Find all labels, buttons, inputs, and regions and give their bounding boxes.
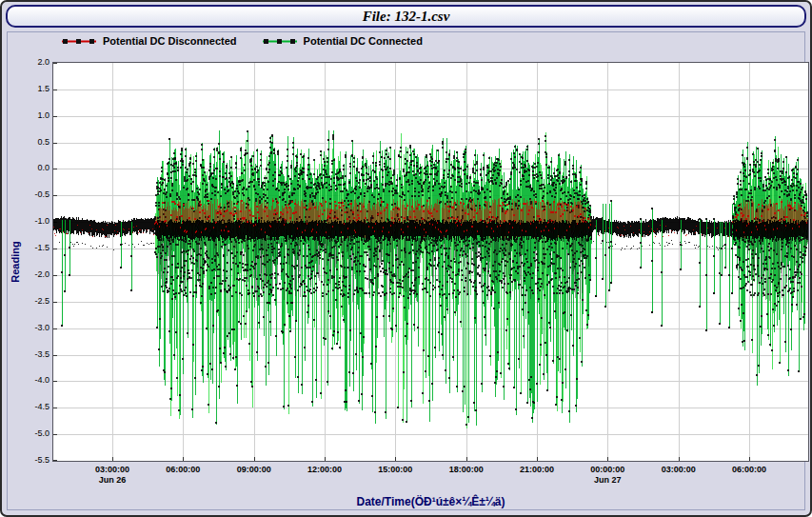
y-tick-label: -1.5 [17,243,50,252]
legend: Potential DC Disconnected Potential DC C… [61,35,423,47]
x-tick-label: 03:00:00 [662,465,696,475]
y-tick-labels: 2.01.51.00.50.0-0.5-1.0-1.5-2.0-2.5-3.0-… [17,32,50,509]
legend-item-connected: Potential DC Connected [262,35,423,47]
x-tick-labels: 03:00:00Jun 2606:00:0009:00:0012:00:0015… [8,465,804,491]
x-tick-label: 09:00:00 [237,465,271,475]
x-axis-title: Date/Time(ÖÐ¹ú±ê×¼Ê±¼ä) [53,495,808,508]
plot-area [52,62,809,462]
chart-panel: Potential DC Disconnected Potential DC C… [7,31,805,510]
legend-label-connected: Potential DC Connected [304,35,423,47]
x-tick-label: 15:00:00 [378,465,412,475]
y-tick-label: -5.5 [17,455,50,465]
app-window: File: 132-1.csv Potential DC Disconnecte… [0,0,812,517]
x-tick-label: 12:00:00 [307,465,342,475]
y-tick-label: -2.5 [17,296,50,306]
y-tick-label: -4.0 [17,375,50,385]
y-tick-label: -3.5 [17,349,50,359]
legend-item-disconnected: Potential DC Disconnected [61,35,237,47]
y-tick-label: 0.5 [17,137,50,147]
x-tick-label: 21:00:00 [520,465,554,475]
y-tick-label: -4.5 [17,402,50,411]
x-tick-label: 00:00:00Jun 27 [590,465,624,486]
y-tick-label: -5.0 [17,428,50,438]
x-tick-label: 06:00:00 [166,465,200,475]
title-bar: File: 132-1.csv [6,5,806,28]
legend-line-disconnected-icon [61,36,97,47]
y-tick-label: 2.0 [17,57,50,67]
x-tick-day-label: Jun 27 [590,475,624,486]
y-tick-label: 1.5 [17,84,50,93]
x-tick-label: 18:00:00 [449,465,484,475]
file-title: File: 132-1.csv [363,9,450,25]
y-tick-label: -1.0 [17,216,50,226]
y-tick-label: -2.0 [17,269,50,279]
x-tick-day-label: Jun 26 [95,475,129,486]
y-tick-label: 1.0 [17,110,50,120]
y-tick-label: -0.5 [17,189,50,199]
legend-label-disconnected: Potential DC Disconnected [103,35,237,47]
y-tick-label: 0.0 [17,163,50,172]
legend-line-connected-icon [262,36,298,47]
y-tick-label: -3.0 [17,323,50,332]
x-tick-label: 06:00:00 [732,465,766,475]
x-tick-label: 03:00:00Jun 26 [95,465,129,486]
